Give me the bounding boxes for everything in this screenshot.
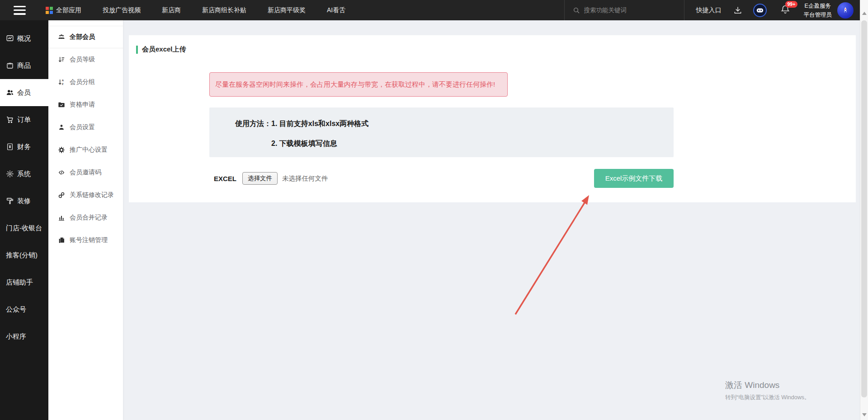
svg-text:A: A bbox=[62, 79, 64, 82]
title-accent-bar bbox=[136, 46, 138, 54]
quick-entry-link[interactable]: 快捷入口 bbox=[696, 6, 722, 14]
excel-upload-card: 会员excel上传 尽量在服务器空闲时间来操作，会占用大量内存与带宽，在获取过程… bbox=[129, 35, 856, 202]
usage-line-1: 使用方法：1. 目前支持xls和xlsx两种格式 bbox=[235, 119, 674, 128]
nav-item-level-award[interactable]: 新店商平级奖 bbox=[268, 6, 306, 14]
user-info[interactable]: E企盈服务 平台管理员 bbox=[804, 1, 832, 19]
warning-banner: 尽量在服务器空闲时间来操作，会占用大量内存与带宽，在获取过程中，请不要进行任何操… bbox=[209, 72, 508, 97]
windows-activation-watermark: 激活 Windows 转到“电脑设置”以激活 Windows。 bbox=[725, 379, 810, 401]
excel-sample-download-button[interactable]: Excel示例文件下载 bbox=[594, 169, 674, 188]
page-title: 会员excel上传 bbox=[136, 45, 186, 54]
merge-record-icon bbox=[58, 214, 65, 221]
sidebar-item-goods[interactable]: 商品 bbox=[0, 52, 48, 79]
excel-field-label: EXCEL bbox=[214, 175, 236, 182]
choose-file-button[interactable]: 选择文件 bbox=[242, 172, 278, 185]
submenu-item-promotion-center[interactable]: 推广中心设置 bbox=[48, 139, 123, 161]
notification-badge: 99+ bbox=[785, 1, 798, 8]
user-org: E企盈服务 bbox=[804, 1, 832, 10]
download-icon[interactable] bbox=[733, 6, 742, 15]
member-group-icon: A Z bbox=[58, 79, 65, 86]
invite-code-icon bbox=[58, 169, 65, 176]
decorate-icon bbox=[6, 197, 14, 205]
avatar[interactable] bbox=[837, 2, 854, 19]
sidebar-item-distribution[interactable]: 推客(分销) bbox=[0, 242, 48, 269]
sidebar: 概况 商品 会员 订单 财务 系统 装修 bbox=[0, 20, 48, 420]
submenu-item-all-members[interactable]: 全部会员 bbox=[48, 26, 123, 48]
topbar: 全部应用 投放广告视频 新店商 新店商组长补贴 新店商平级奖 AI看舌 快捷入口… bbox=[0, 0, 860, 20]
member-submenu: 全部会员 会员等级 A Z 会员分组 资格申请 会员设置 推广中心设置 bbox=[48, 20, 123, 420]
sidebar-item-decorate[interactable]: 装修 bbox=[0, 187, 48, 215]
submenu-item-member-level[interactable]: 会员等级 bbox=[48, 48, 123, 71]
usage-instructions: 使用方法：1. 目前支持xls和xlsx两种格式 使用方法：2. 下载模板填写信… bbox=[209, 107, 674, 157]
sidebar-item-system[interactable]: 系统 bbox=[0, 160, 48, 187]
sidebar-item-store-cashier[interactable]: 门店-收银台 bbox=[0, 215, 48, 242]
search-input[interactable] bbox=[584, 7, 676, 14]
main-content: 会员excel上传 尽量在服务器空闲时间来操作，会占用大量内存与带宽，在获取过程… bbox=[123, 20, 860, 420]
members-icon bbox=[6, 89, 14, 97]
ai-assistant-icon[interactable] bbox=[753, 4, 767, 17]
sidebar-item-finance[interactable]: 财务 bbox=[0, 133, 48, 160]
nav-item-new-shop[interactable]: 新店商 bbox=[162, 6, 181, 14]
sidebar-item-official-account[interactable]: 公众号 bbox=[0, 296, 48, 323]
excel-upload-row: EXCEL 选择文件 未选择任何文件 bbox=[214, 172, 328, 185]
watermark-line2: 转到“电脑设置”以激活 Windows。 bbox=[725, 394, 810, 401]
scroll-down-arrow[interactable] bbox=[862, 413, 867, 416]
svg-text:Z: Z bbox=[62, 83, 64, 85]
orders-icon bbox=[6, 116, 14, 124]
sidebar-item-overview[interactable]: 概况 bbox=[0, 25, 48, 52]
sidebar-item-members[interactable]: 会员 bbox=[0, 79, 48, 106]
search-icon bbox=[573, 7, 580, 14]
all-apps-button[interactable]: 全部应用 bbox=[46, 6, 81, 14]
finance-icon bbox=[6, 143, 14, 151]
qualification-apply-icon bbox=[58, 101, 65, 108]
submenu-item-member-group[interactable]: A Z 会员分组 bbox=[48, 71, 123, 93]
sidebar-item-shop-assistant[interactable]: 店铺助手 bbox=[0, 269, 48, 296]
all-members-icon bbox=[58, 33, 65, 41]
overview-icon bbox=[6, 34, 14, 42]
sidebar-item-mini-program[interactable]: 小程序 bbox=[0, 323, 48, 350]
notifications-button[interactable]: 99+ bbox=[780, 5, 790, 16]
member-level-icon bbox=[58, 56, 65, 63]
nav-item-group-subsidy[interactable]: 新店商组长补贴 bbox=[202, 6, 246, 14]
account-cancellation-icon bbox=[58, 237, 65, 244]
usage-line-2: 使用方法：2. 下载模板填写信息 bbox=[235, 139, 674, 148]
goods-icon bbox=[6, 61, 14, 70]
topbar-nav: 投放广告视频 新店商 新店商组长补贴 新店商平级奖 AI看舌 bbox=[103, 6, 345, 14]
all-apps-label: 全部应用 bbox=[56, 6, 81, 14]
promotion-center-icon bbox=[58, 146, 65, 154]
apps-grid-icon bbox=[46, 7, 53, 14]
watermark-line1: 激活 Windows bbox=[725, 379, 810, 391]
submenu-item-account-cancellation[interactable]: 账号注销管理 bbox=[48, 229, 123, 252]
function-search[interactable] bbox=[564, 0, 684, 20]
member-settings-icon bbox=[58, 124, 65, 131]
scroll-up-arrow[interactable] bbox=[862, 12, 867, 15]
submenu-item-merge-record[interactable]: 会员合并记录 bbox=[48, 206, 123, 229]
nav-item-ai-tongue[interactable]: AI看舌 bbox=[327, 6, 345, 14]
submenu-item-relation-chain[interactable]: 关系链修改记录 bbox=[48, 184, 123, 206]
scrollbar-thumb[interactable] bbox=[861, 20, 867, 397]
nav-item-ad-video[interactable]: 投放广告视频 bbox=[103, 6, 141, 14]
sidebar-item-orders[interactable]: 订单 bbox=[0, 106, 48, 133]
submenu-item-invite-code[interactable]: 会员邀请码 bbox=[48, 161, 123, 184]
no-file-selected-text: 未选择任何文件 bbox=[282, 174, 328, 183]
hamburger-menu-icon[interactable] bbox=[14, 6, 26, 15]
user-role: 平台管理员 bbox=[804, 10, 832, 19]
scrollbar[interactable] bbox=[860, 0, 868, 420]
submenu-item-qualification-apply[interactable]: 资格申请 bbox=[48, 93, 123, 116]
submenu-item-member-settings[interactable]: 会员设置 bbox=[48, 116, 123, 139]
system-icon bbox=[6, 170, 14, 178]
relation-chain-icon bbox=[58, 191, 65, 199]
